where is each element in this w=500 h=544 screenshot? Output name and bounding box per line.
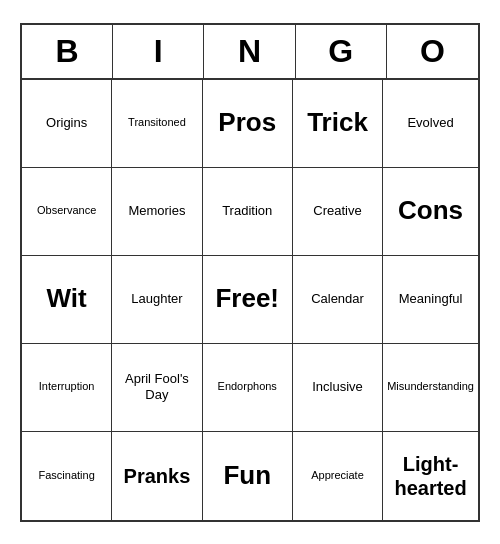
header-letter: N <box>204 25 295 78</box>
cell-text: Tradition <box>222 203 272 219</box>
cell-text: Creative <box>313 203 361 219</box>
header-letter: O <box>387 25 478 78</box>
bingo-cell[interactable]: April Fool's Day <box>112 344 202 432</box>
header-letter: G <box>296 25 387 78</box>
cell-text: Endorphons <box>218 380 277 393</box>
cell-text: Interruption <box>39 380 95 393</box>
bingo-card: BINGO OriginsTransitonedProsTrickEvolved… <box>20 23 480 522</box>
cell-text: Pranks <box>124 464 191 488</box>
cell-text: Calendar <box>311 291 364 307</box>
bingo-cell[interactable]: Origins <box>22 80 112 168</box>
cell-text: Fun <box>223 460 271 491</box>
bingo-cell[interactable]: Transitoned <box>112 80 202 168</box>
cell-text: Laughter <box>131 291 182 307</box>
header-letter: I <box>113 25 204 78</box>
bingo-cell[interactable]: Laughter <box>112 256 202 344</box>
cell-text: Light-hearted <box>387 452 474 500</box>
bingo-header: BINGO <box>22 25 478 80</box>
bingo-cell[interactable]: Inclusive <box>293 344 383 432</box>
cell-text: Memories <box>128 203 185 219</box>
cell-text: Transitoned <box>128 116 186 129</box>
bingo-cell[interactable]: Pros <box>203 80 293 168</box>
bingo-cell[interactable]: Observance <box>22 168 112 256</box>
cell-text: April Fool's Day <box>116 371 197 402</box>
cell-text: Appreciate <box>311 469 364 482</box>
bingo-cell[interactable]: Endorphons <box>203 344 293 432</box>
bingo-cell[interactable]: Fun <box>203 432 293 520</box>
bingo-cell[interactable]: Free! <box>203 256 293 344</box>
bingo-cell[interactable]: Wit <box>22 256 112 344</box>
cell-text: Inclusive <box>312 379 363 395</box>
bingo-cell[interactable]: Evolved <box>383 80 478 168</box>
cell-text: Fascinating <box>39 469 95 482</box>
cell-text: Observance <box>37 204 96 217</box>
cell-text: Evolved <box>407 115 453 131</box>
bingo-grid: OriginsTransitonedProsTrickEvolvedObserv… <box>22 80 478 520</box>
bingo-cell[interactable]: Fascinating <box>22 432 112 520</box>
cell-text: Misunderstanding <box>387 380 474 393</box>
cell-text: Pros <box>218 107 276 138</box>
bingo-cell[interactable]: Memories <box>112 168 202 256</box>
cell-text: Free! <box>215 283 279 314</box>
cell-text: Trick <box>307 107 368 138</box>
cell-text: Cons <box>398 195 463 226</box>
bingo-cell[interactable]: Pranks <box>112 432 202 520</box>
cell-text: Meaningful <box>399 291 463 307</box>
bingo-cell[interactable]: Appreciate <box>293 432 383 520</box>
header-letter: B <box>22 25 113 78</box>
bingo-cell[interactable]: Calendar <box>293 256 383 344</box>
cell-text: Wit <box>47 283 87 314</box>
bingo-cell[interactable]: Cons <box>383 168 478 256</box>
cell-text: Origins <box>46 115 87 131</box>
bingo-cell[interactable]: Misunderstanding <box>383 344 478 432</box>
bingo-cell[interactable]: Interruption <box>22 344 112 432</box>
bingo-cell[interactable]: Meaningful <box>383 256 478 344</box>
bingo-cell[interactable]: Tradition <box>203 168 293 256</box>
bingo-cell[interactable]: Light-hearted <box>383 432 478 520</box>
bingo-cell[interactable]: Creative <box>293 168 383 256</box>
bingo-cell[interactable]: Trick <box>293 80 383 168</box>
